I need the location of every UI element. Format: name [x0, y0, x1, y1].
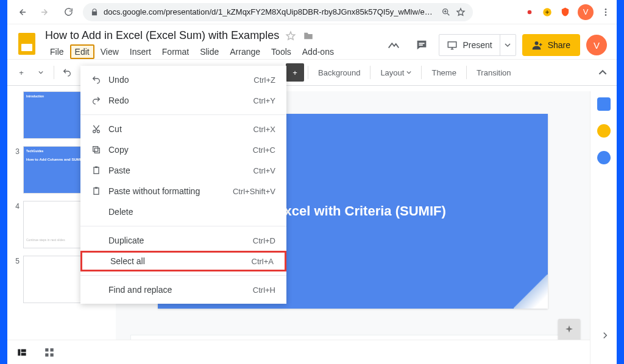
- svg-rect-18: [18, 349, 20, 355]
- side-panel-toggle[interactable]: [600, 330, 611, 341]
- menu-bar: File Edit View Insert Format Slide Arran…: [45, 44, 383, 59]
- menu-copy-label: Copy: [108, 145, 253, 155]
- footer-bar: [7, 340, 590, 364]
- svg-rect-20: [21, 352, 26, 355]
- menu-copy[interactable]: Copy Ctrl+C: [80, 139, 286, 160]
- folder-icon[interactable]: [302, 30, 314, 41]
- menu-undo-label: Undo: [108, 75, 254, 85]
- zoom-icon[interactable]: [441, 7, 451, 17]
- star-outline-icon[interactable]: [285, 30, 296, 41]
- menu-undo[interactable]: Undo Ctrl+Z: [80, 69, 286, 90]
- thumb-number: [11, 91, 20, 93]
- ext-icon-3[interactable]: [560, 7, 570, 17]
- thumb-number: 4: [11, 201, 20, 211]
- menu-edit[interactable]: Edit: [70, 44, 94, 59]
- explore-button[interactable]: [558, 319, 580, 341]
- menu-file[interactable]: File: [45, 44, 69, 59]
- menu-slide[interactable]: Slide: [195, 44, 224, 59]
- collapse-toolbar-button[interactable]: [594, 63, 612, 82]
- menu-cut-shortcut: Ctrl+X: [254, 125, 275, 134]
- svg-rect-16: [94, 188, 99, 195]
- menu-select-all-shortcut: Ctrl+A: [252, 257, 274, 266]
- calendar-icon[interactable]: [597, 97, 611, 111]
- svg-rect-23: [45, 353, 48, 356]
- layout-button[interactable]: Layout: [374, 63, 417, 82]
- menu-paste-plain[interactable]: Paste without formatting Ctrl+Shift+V: [80, 181, 286, 201]
- menu-view[interactable]: View: [96, 44, 124, 59]
- slides-logo[interactable]: [15, 32, 39, 56]
- menu-duplicate[interactable]: Duplicate Ctrl+D: [80, 230, 286, 251]
- menu-cut-label: Cut: [108, 124, 254, 134]
- menu-delete-label: Delete: [108, 207, 275, 217]
- star-icon[interactable]: [456, 7, 466, 17]
- svg-point-5: [605, 14, 607, 16]
- document-title[interactable]: How to Add in Excel (Excel Sum) with Exa…: [45, 29, 279, 42]
- transition-button[interactable]: Transition: [470, 63, 517, 82]
- redo-icon: [91, 96, 101, 105]
- present-dropdown[interactable]: [500, 35, 516, 55]
- svg-rect-14: [94, 167, 99, 174]
- menu-find-label: Find and replace: [108, 285, 253, 295]
- menu-select-all[interactable]: Select all Ctrl+A: [80, 251, 286, 271]
- filmstrip-view-icon[interactable]: [16, 348, 28, 357]
- menu-delete[interactable]: Delete: [80, 201, 286, 222]
- thumb-number: 5: [11, 256, 20, 265]
- undo-icon: [91, 75, 101, 85]
- chevron-right-icon: [600, 330, 611, 341]
- tasks-icon[interactable]: [597, 151, 611, 164]
- svg-rect-15: [95, 166, 98, 168]
- grid-view-icon[interactable]: [44, 347, 55, 358]
- menu-redo-label: Redo: [108, 96, 254, 105]
- comment-add-button[interactable]: +: [286, 63, 304, 82]
- back-button[interactable]: [13, 4, 30, 21]
- menu-paste[interactable]: Paste Ctrl+V: [80, 160, 286, 181]
- comments-icon[interactable]: [411, 34, 433, 56]
- svg-rect-7: [419, 44, 423, 46]
- present-button[interactable]: Present: [439, 34, 516, 56]
- address-bar[interactable]: docs.google.com/presentation/d/1_kZMqxFY…: [83, 3, 473, 21]
- caret-down-icon: [406, 70, 411, 75]
- reload-button[interactable]: [60, 4, 77, 21]
- new-slide-button[interactable]: +: [12, 63, 30, 82]
- undo-button[interactable]: [58, 63, 76, 82]
- new-slide-dropdown[interactable]: [32, 63, 50, 82]
- thumb-label: Introduction: [26, 94, 44, 98]
- background-button[interactable]: Background: [312, 63, 366, 82]
- arrow-right-icon: [40, 7, 51, 18]
- caret-down-icon: [505, 42, 511, 48]
- kebab-icon[interactable]: [601, 7, 611, 17]
- menu-format[interactable]: Format: [157, 44, 194, 59]
- profile-avatar[interactable]: V: [578, 4, 594, 20]
- menu-paste-label: Paste: [108, 166, 254, 175]
- forward-button[interactable]: [37, 4, 54, 21]
- arrow-left-icon: [16, 7, 27, 18]
- svg-rect-17: [95, 187, 98, 189]
- menu-arrange[interactable]: Arrange: [225, 44, 265, 59]
- share-button[interactable]: Share: [522, 34, 580, 56]
- svg-point-1: [528, 10, 532, 14]
- url-text: docs.google.com/presentation/d/1_kZMqxFY…: [104, 7, 436, 16]
- account-avatar[interactable]: V: [586, 35, 607, 55]
- svg-rect-19: [21, 349, 26, 352]
- cut-icon: [91, 124, 101, 134]
- theme-button[interactable]: Theme: [425, 63, 462, 82]
- svg-rect-12: [94, 148, 99, 153]
- menu-find-replace[interactable]: Find and replace Ctrl+H: [80, 279, 286, 300]
- menu-cut[interactable]: Cut Ctrl+X: [80, 119, 286, 139]
- ext-icon-2[interactable]: [542, 7, 553, 18]
- menu-insert[interactable]: Insert: [125, 44, 156, 59]
- slide-title-text[interactable]: in Excel with Criteria (SUMIF): [260, 203, 446, 219]
- present-label: Present: [463, 40, 492, 50]
- side-panel: [590, 91, 617, 364]
- menu-redo[interactable]: Redo Ctrl+Y: [80, 90, 286, 111]
- paste-plain-icon: [91, 186, 101, 196]
- menu-addons[interactable]: Add-ons: [297, 44, 339, 59]
- menu-paste-shortcut: Ctrl+V: [254, 166, 275, 175]
- keep-icon[interactable]: [597, 124, 611, 138]
- svg-point-9: [534, 41, 538, 45]
- ext-icon-1[interactable]: [525, 7, 534, 17]
- reload-icon: [63, 7, 74, 17]
- activity-icon[interactable]: [383, 34, 405, 56]
- menu-tools[interactable]: Tools: [266, 44, 296, 59]
- svg-rect-24: [51, 353, 54, 356]
